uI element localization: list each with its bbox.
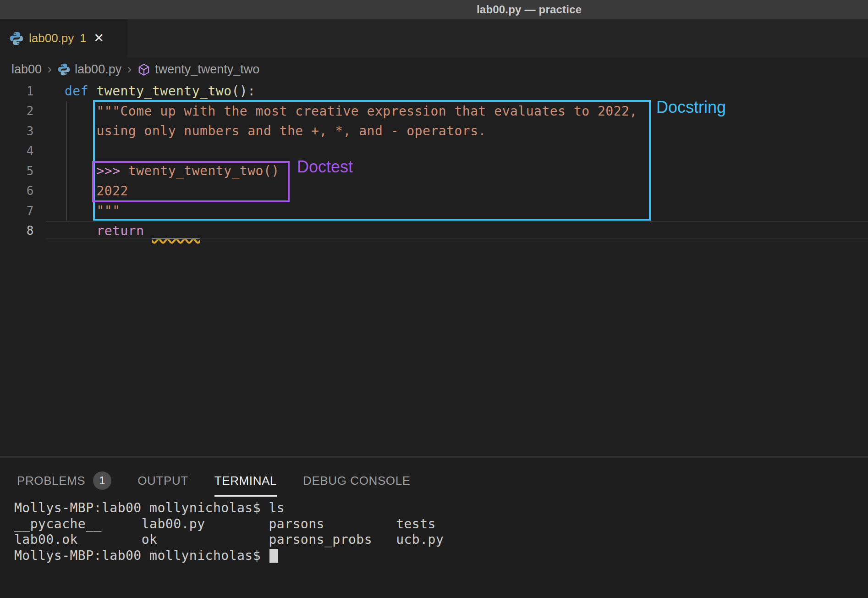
code-token: using only numbers and the +, *, and - o… — [65, 123, 486, 138]
tab-filename: lab00.py — [29, 31, 74, 45]
breadcrumb-file[interactable]: lab00.py — [57, 62, 121, 77]
code-token: def — [65, 83, 96, 99]
tab-debug-console[interactable]: DEBUG CONSOLE — [303, 458, 411, 504]
line-number: 7 — [0, 204, 34, 218]
python-file-icon — [57, 63, 71, 76]
code-token: return — [65, 223, 152, 238]
tab-problems[interactable]: PROBLEMS 1 — [17, 458, 111, 504]
terminal-line: __pycache__ lab00.py parsons tests — [14, 516, 444, 532]
title-bar: lab00.py — practice — [0, 0, 868, 19]
code-line-4[interactable]: 4 — [0, 141, 868, 161]
tab-lab00py[interactable]: lab00.py 1 ✕ — [0, 19, 127, 58]
code-token: """Come up with the most creative expres… — [65, 104, 637, 119]
python-file-icon — [9, 31, 24, 46]
code-token: twenty_twenty_two() — [128, 163, 280, 178]
code-text[interactable]: return ______ — [34, 223, 200, 238]
line-number: 6 — [0, 184, 34, 198]
tab-problems-label: PROBLEMS — [17, 474, 85, 488]
blank-placeholder-warning: ______ — [152, 223, 200, 238]
line-number: 2 — [0, 104, 34, 118]
tab-terminal[interactable]: TERMINAL — [214, 458, 277, 504]
code-text[interactable]: 2022 — [34, 183, 128, 199]
doctest-annotation-label: Doctest — [297, 157, 353, 177]
code-token: """ — [65, 203, 121, 218]
breadcrumb: lab00 › lab00.py › twenty_twenty_two — [0, 58, 868, 81]
code-line-7[interactable]: 7 """ — [0, 201, 868, 221]
code-token: (): — [232, 83, 256, 99]
code-editor: 1 def twenty_twenty_two(): 2 """Come up … — [0, 81, 868, 456]
code-text[interactable]: def twenty_twenty_two(): — [34, 83, 256, 99]
tab-terminal-label: TERMINAL — [214, 474, 277, 488]
line-number-active: 8 — [0, 224, 34, 238]
code-line-6[interactable]: 6 2022 — [0, 181, 868, 201]
code-line-8[interactable]: 8 return ______ — [0, 221, 868, 241]
window-title: lab00.py — practice — [477, 0, 582, 19]
tab-strip: lab00.py 1 ✕ — [0, 19, 868, 58]
bottom-panel: PROBLEMS 1 OUTPUT TERMINAL DEBUG CONSOLE… — [0, 456, 868, 598]
terminal-cursor — [269, 549, 278, 563]
code-line-5[interactable]: 5 >>> twenty_twenty_two() — [0, 161, 868, 181]
tab-output[interactable]: OUTPUT — [137, 458, 188, 504]
code-line-1[interactable]: 1 def twenty_twenty_two(): — [0, 81, 868, 101]
chevron-right-icon: › — [127, 62, 132, 78]
code-token: 2022 — [65, 183, 128, 199]
terminal-output[interactable]: Mollys-MBP:lab00 mollynicholas$ ls __pyc… — [14, 500, 444, 564]
indent-guide — [66, 101, 67, 221]
code-text[interactable]: """ — [34, 203, 121, 218]
breadcrumb-file-label: lab00.py — [75, 62, 121, 77]
line-number: 1 — [0, 84, 34, 98]
chevron-right-icon: › — [47, 62, 52, 78]
code-text[interactable]: >>> twenty_twenty_two() — [34, 163, 280, 178]
cube-symbol-icon — [137, 63, 151, 77]
terminal-line: Mollys-MBP:lab00 mollynicholas$ ls — [14, 500, 444, 516]
close-icon[interactable]: ✕ — [93, 32, 104, 44]
code-text[interactable]: using only numbers and the +, *, and - o… — [34, 123, 486, 138]
terminal-line: lab00.ok ok parsons_probs ucb.py — [14, 532, 444, 548]
line-number: 5 — [0, 164, 34, 178]
breadcrumb-folder[interactable]: lab00 — [11, 62, 42, 77]
line-number: 4 — [0, 144, 34, 158]
line-number: 3 — [0, 124, 34, 138]
breadcrumb-symbol-label: twenty_twenty_two — [155, 62, 259, 77]
problems-count-badge: 1 — [93, 471, 111, 490]
code-token: twenty_twenty_two — [96, 83, 231, 99]
tab-problem-badge: 1 — [80, 32, 86, 45]
tab-output-label: OUTPUT — [137, 474, 188, 488]
code-token: >>> — [65, 163, 128, 178]
panel-tab-bar: PROBLEMS 1 OUTPUT TERMINAL DEBUG CONSOLE — [17, 458, 411, 504]
tab-debug-console-label: DEBUG CONSOLE — [303, 474, 411, 488]
terminal-prompt: Mollys-MBP:lab00 mollynicholas$ — [14, 548, 269, 563]
vscode-window: { "window": { "title": "lab00.py — pract… — [0, 0, 868, 598]
terminal-prompt-line: Mollys-MBP:lab00 mollynicholas$ — [14, 548, 444, 564]
code-line-3[interactable]: 3 using only numbers and the +, *, and -… — [0, 121, 868, 141]
docstring-annotation-label: Docstring — [656, 98, 726, 117]
breadcrumb-symbol[interactable]: twenty_twenty_two — [137, 62, 259, 77]
code-line-2[interactable]: 2 """Come up with the most creative expr… — [0, 101, 868, 122]
code-text[interactable]: """Come up with the most creative expres… — [34, 104, 637, 119]
